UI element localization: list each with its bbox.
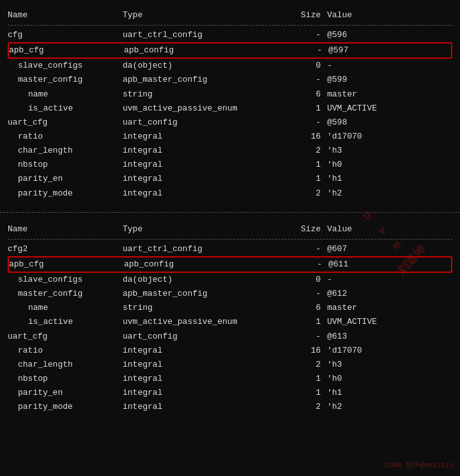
cell-size: -: [289, 116, 327, 129]
cell-name: master_config: [8, 288, 123, 300]
cell-value: @613: [327, 330, 452, 343]
cell-name: parity_mode: [8, 401, 123, 413]
cell-name: nbstop: [8, 158, 123, 171]
cell-type: integral: [123, 387, 289, 399]
cell-name: char_length: [8, 144, 123, 157]
cell-type: uvm_active_passive_enum: [123, 316, 289, 328]
cell-type: integral: [123, 173, 289, 185]
cell-name: uart_cfg: [8, 330, 123, 343]
cell-name: parity_en: [8, 387, 123, 399]
table-row: parity_en integral 1 'h1: [8, 386, 452, 400]
cell-size: 0: [289, 59, 327, 72]
cell-value: @599: [327, 73, 452, 86]
col-header-type-1: Type: [123, 10, 289, 20]
cell-name: slave_configs: [8, 273, 123, 286]
cell-name: name: [8, 302, 123, 314]
table-row: is_active uvm_active_passive_enum 1 UVM_…: [8, 315, 452, 329]
table-row: parity_mode integral 2 'h2: [8, 187, 452, 201]
cell-type: apb_config: [124, 258, 290, 271]
cell-size: 1: [289, 372, 327, 385]
cell-name: ratio: [8, 344, 123, 357]
cell-value: @598: [327, 116, 452, 129]
cell-type: integral: [123, 187, 289, 200]
table-row: is_active uvm_active_passive_enum 1 UVM_…: [8, 102, 452, 116]
cell-type: integral: [123, 158, 289, 171]
table-row: cfg2 uart_ctrl_config - @607: [8, 242, 452, 256]
cell-name: nbstop: [8, 372, 123, 385]
header-row-2: Name Type Size Value: [8, 222, 452, 236]
cell-value: @597: [328, 44, 451, 57]
cell-value: @607: [327, 243, 452, 256]
header-row-1: Name Type Size Value: [8, 8, 452, 22]
cell-value: 'h1: [327, 173, 452, 185]
cell-size: -: [290, 258, 328, 271]
cell-type: string: [123, 302, 289, 314]
section-2: Name Type Size Value cfg2 uart_ctrl_conf…: [0, 219, 460, 420]
cell-type: apb_master_config: [123, 73, 289, 86]
col-header-size-1: Size: [289, 10, 327, 20]
cell-size: 6: [289, 88, 327, 101]
cell-name: master_config: [8, 73, 123, 86]
cell-size: 1: [289, 387, 327, 399]
cell-type: integral: [123, 130, 289, 143]
cell-type: integral: [123, 144, 289, 157]
section1-rows: cfg uart_ctrl_config - @596 apb_cfg apb_…: [8, 28, 452, 201]
cell-type: string: [123, 88, 289, 101]
cell-value: @612: [327, 288, 452, 300]
cell-name: char_length: [8, 358, 123, 371]
cell-name: name: [8, 88, 123, 101]
cell-size: 16: [289, 344, 327, 357]
cell-type: uart_ctrl_config: [123, 29, 289, 42]
table-row: parity_mode integral 2 'h2: [8, 400, 452, 414]
table-row: apb_cfg apb_config - @611: [8, 256, 452, 273]
table-row: parity_en integral 1 'h1: [8, 172, 452, 186]
cell-size: -: [289, 330, 327, 343]
cell-type: integral: [123, 372, 289, 385]
cell-size: 2: [289, 358, 327, 371]
cell-size: -: [289, 29, 327, 42]
table-row: slave_configs da(object) 0 -: [8, 59, 452, 73]
table-row: uart_cfg uart_config - @613: [8, 330, 452, 344]
cell-name: is_active: [8, 102, 123, 115]
cell-value: 'h0: [327, 372, 452, 385]
table-row: cfg uart_ctrl_config - @596: [8, 28, 452, 42]
cell-value: master: [327, 302, 452, 314]
cell-size: -: [289, 73, 327, 86]
cell-type: da(object): [123, 273, 289, 286]
section-divider: [0, 212, 460, 213]
cell-size: -: [290, 44, 328, 57]
col-header-value-1: Value: [327, 10, 452, 20]
cell-name: ratio: [8, 130, 123, 143]
main-container: Name Type Size Value cfg uart_ctrl_confi…: [0, 0, 460, 424]
cell-value: 'd17070: [327, 130, 452, 143]
cell-type: uart_config: [123, 116, 289, 129]
col-header-type-2: Type: [123, 224, 289, 234]
table-row: master_config apb_master_config - @599: [8, 73, 452, 87]
table-row: master_config apb_master_config - @612: [8, 287, 452, 301]
col-header-name-2: Name: [8, 224, 123, 234]
cell-size: 2: [289, 144, 327, 157]
cell-type: uart_ctrl_config: [123, 243, 289, 256]
cell-size: 2: [289, 187, 327, 200]
cell-type: integral: [123, 401, 289, 413]
cell-name: apb_cfg: [9, 44, 124, 57]
cell-size: 1: [289, 316, 327, 328]
cell-value: @596: [327, 29, 452, 42]
cell-value: 'h1: [327, 387, 452, 399]
cell-name: uart_cfg: [8, 116, 123, 129]
col-header-size-2: Size: [289, 224, 327, 234]
cell-size: 16: [289, 130, 327, 143]
cell-type: uvm_active_passive_enum: [123, 102, 289, 115]
cell-name: parity_en: [8, 173, 123, 185]
cell-size: 1: [289, 102, 327, 115]
cell-value: UVM_ACTIVE: [327, 102, 452, 115]
cell-value: 'h0: [327, 158, 452, 171]
cell-type: integral: [123, 358, 289, 371]
cell-value: 'h2: [327, 401, 452, 413]
divider-1: [8, 25, 452, 26]
table-row: nbstop integral 1 'h0: [8, 158, 452, 172]
table-row: ratio integral 16 'd17070: [8, 130, 452, 144]
cell-name: apb_cfg: [9, 258, 124, 271]
table-row: apb_cfg apb_config - @597: [8, 42, 452, 59]
col-header-name-1: Name: [8, 10, 123, 20]
